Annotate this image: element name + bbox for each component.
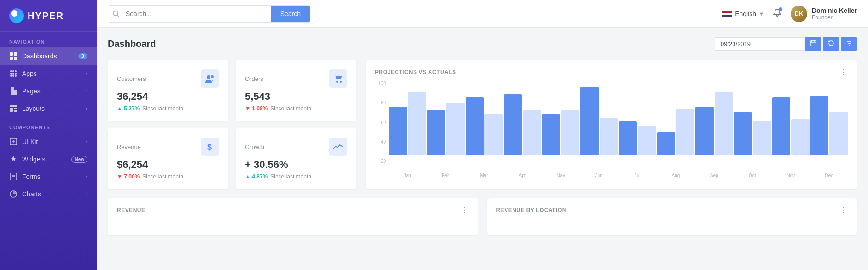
date-input[interactable] — [715, 37, 804, 51]
logo[interactable]: HYPER — [0, 0, 97, 32]
search-icon — [108, 7, 124, 21]
main-area: Search English ▼ DK Dominic Keller Found… — [97, 0, 868, 270]
bar-light — [791, 119, 810, 155]
dashboards-badge: 3 — [78, 53, 87, 59]
sidebar-item-forms[interactable]: Forms › — [0, 168, 97, 185]
growth-change: ▲ 4.87% — [245, 173, 268, 180]
header: Search English ▼ DK Dominic Keller Found… — [97, 0, 868, 28]
layouts-icon — [9, 104, 17, 113]
logo-text: HYPER — [28, 11, 64, 21]
bottom-row: REVENUE ⋮ REVENUE BY LOCATION ⋮ — [108, 198, 857, 235]
stats-and-chart: Customers 36,254 ▲ 5.27% Since last mont… — [108, 60, 857, 189]
layouts-chevron: › — [86, 106, 87, 111]
search-button[interactable]: Search — [271, 6, 310, 22]
svg-point-4 — [10, 70, 12, 72]
sidebar-item-pages[interactable]: Pages › — [0, 82, 97, 100]
chart-x-label: Sep — [695, 173, 733, 178]
uikit-chevron: › — [86, 139, 87, 144]
calendar-button[interactable] — [805, 37, 821, 51]
refresh-button[interactable] — [823, 37, 839, 51]
sidebar-item-layouts[interactable]: Layouts › — [0, 100, 97, 117]
svg-point-8 — [12, 73, 14, 75]
user-text: Dominic Keller Founder — [812, 7, 857, 21]
svg-point-6 — [15, 70, 17, 72]
sidebar-item-dashboards[interactable]: Dashboards 3 — [0, 47, 97, 65]
svg-point-35 — [340, 81, 342, 83]
orders-change-label: Since last month — [270, 105, 311, 112]
orders-footer: ▼ 1.08% Since last month — [245, 105, 347, 112]
forms-icon — [9, 172, 17, 181]
sidebar-item-charts[interactable]: Charts › — [0, 185, 97, 203]
sidebar-uikit-label: UI Kit — [22, 138, 81, 145]
svg-rect-3 — [14, 57, 17, 60]
growth-change-label: Since last month — [270, 173, 311, 180]
bar-light — [561, 110, 580, 155]
uikit-icon — [9, 138, 17, 146]
svg-point-5 — [12, 70, 14, 72]
stat-card-orders: Orders 5,543 ▼ 1.08% Since last month — [236, 60, 356, 121]
bar-light — [446, 103, 465, 155]
language-selector[interactable]: English ▼ — [722, 10, 764, 17]
orders-value: 5,543 — [245, 91, 347, 103]
widgets-new-badge: New — [71, 156, 87, 163]
filter-button[interactable] — [841, 37, 857, 51]
bar-blue — [542, 114, 560, 155]
widgets-icon — [9, 155, 17, 163]
svg-rect-16 — [14, 110, 17, 112]
revenue-location-card: REVENUE BY LOCATION ⋮ — [487, 198, 857, 235]
revenue-location-menu[interactable]: ⋮ — [839, 206, 848, 214]
bar-blue — [466, 97, 484, 155]
chart-x-label: Jul — [619, 173, 656, 178]
bar-light — [753, 121, 771, 155]
revenue-card: REVENUE ⋮ — [108, 198, 478, 235]
customers-change: ▲ 5.27% — [117, 105, 140, 112]
svg-rect-15 — [14, 108, 17, 109]
revenue-card-menu[interactable]: ⋮ — [460, 206, 469, 214]
revenue-change: ▼ 7.00% — [117, 173, 140, 180]
svg-point-32 — [207, 75, 210, 79]
chart-x-label: Dec — [810, 173, 848, 178]
bar-group — [657, 109, 694, 155]
bar-light — [638, 126, 656, 155]
bar-blue — [580, 87, 599, 155]
apps-icon — [9, 69, 17, 78]
sidebar-layouts-label: Layouts — [22, 105, 81, 112]
sidebar-apps-label: Apps — [22, 70, 81, 77]
components-section-label: COMPONENTS — [0, 117, 97, 133]
user-profile[interactable]: DK Dominic Keller Founder — [791, 6, 857, 22]
growth-label: Growth — [245, 144, 264, 150]
sidebar-item-apps[interactable]: Apps › — [0, 65, 97, 82]
chart-x-label: Oct — [734, 173, 771, 178]
sidebar-widgets-label: Widgets — [22, 155, 67, 163]
chart-x-labels: JanFebMarAprMayJunJulAugSepOctNovDec — [375, 173, 848, 178]
pages-chevron: › — [86, 88, 87, 94]
bar-group — [389, 92, 426, 155]
stat-card-customers-header: Customers — [117, 69, 219, 88]
y-axis: 100 80 60 40 20 — [375, 81, 388, 164]
logo-icon — [9, 8, 24, 23]
sidebar-item-uikit[interactable]: UI Kit › — [0, 133, 97, 150]
stats-grid: Customers 36,254 ▲ 5.27% Since last mont… — [108, 60, 356, 189]
customers-label: Customers — [117, 75, 146, 82]
orders-icon — [329, 69, 347, 88]
bar-light — [600, 118, 618, 155]
search-input[interactable] — [124, 6, 271, 21]
projections-chart-title: PROJECTIONS VS ACTUALS — [375, 69, 456, 75]
bar-blue — [504, 94, 522, 155]
bar-blue — [619, 121, 637, 155]
bar-group — [542, 110, 579, 155]
header-right: English ▼ DK Dominic Keller Founder — [722, 6, 857, 22]
bar-chart-container: 100 80 60 40 20 — [375, 81, 848, 173]
svg-point-33 — [211, 75, 214, 78]
notification-dot — [779, 7, 782, 11]
stat-card-customers: Customers 36,254 ▲ 5.27% Since last mont… — [108, 60, 228, 121]
svg-point-7 — [10, 73, 12, 75]
date-filter — [715, 37, 857, 51]
flag-icon — [722, 11, 732, 17]
projections-chart-menu[interactable]: ⋮ — [839, 68, 848, 76]
notifications-button[interactable] — [773, 8, 781, 19]
page-title-row: Dashboard — [108, 37, 857, 51]
sidebar-item-widgets[interactable]: Widgets New — [0, 150, 97, 168]
svg-rect-2 — [10, 57, 13, 60]
growth-icon — [329, 138, 347, 156]
